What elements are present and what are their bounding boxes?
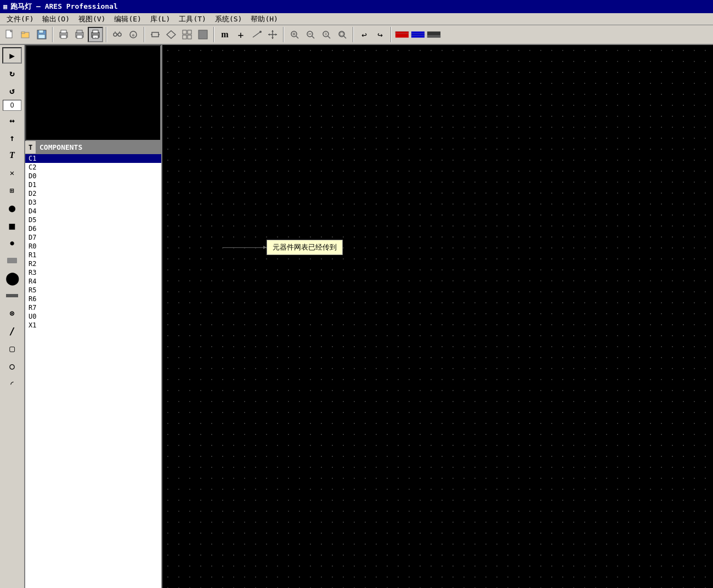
menu-view[interactable]: 视图(V)	[74, 13, 110, 25]
select-tool[interactable]: ▶	[2, 47, 22, 64]
comp-item-R5[interactable]: R5	[25, 286, 161, 295]
layout-button2[interactable]: ⊕	[126, 27, 141, 42]
comp-item-D3[interactable]: D3	[25, 198, 161, 207]
comp-item-C2[interactable]: C2	[25, 163, 161, 172]
block-icon-btn[interactable]	[195, 27, 211, 42]
svg-rect-3	[21, 32, 25, 33]
title-bar: ▦ 跑马灯 – ARES Professional	[0, 0, 713, 13]
comp-title: COMPONENTS	[36, 141, 161, 154]
grid-icon-btn[interactable]	[179, 27, 195, 42]
menu-help[interactable]: 帮助(H)	[246, 13, 282, 25]
layer2-btn[interactable]	[410, 27, 426, 42]
panel-area: T COMPONENTS C1C2D0D1D2D3D4D5D6D7R0R1R2R…	[25, 45, 162, 588]
svg-marker-40	[275, 33, 277, 36]
sep5	[283, 27, 284, 42]
print-button3[interactable]: ⇢	[88, 27, 103, 42]
symbol-tool[interactable]: ⊞	[2, 182, 22, 199]
comp-item-D1[interactable]: D1	[25, 180, 161, 189]
mode-btns: m +	[217, 27, 280, 42]
circle-large-tool[interactable]: ●	[2, 200, 22, 216]
svg-text:⊕: ⊕	[132, 33, 135, 38]
stack-tool[interactable]: ⊗	[2, 305, 22, 321]
menu-file[interactable]: 文件(F)	[2, 13, 38, 25]
layer1-btn[interactable]	[394, 27, 410, 42]
undo-btn[interactable]: ↩	[356, 27, 372, 42]
menu-system[interactable]: 系统(S)	[211, 13, 246, 25]
comp-item-R7[interactable]: R7	[25, 303, 161, 312]
svg-rect-55	[395, 31, 409, 33]
shape-tool[interactable]	[2, 252, 22, 269]
print-tools: ⇢	[56, 27, 103, 42]
circle-sm-tool[interactable]: ⬤	[2, 270, 22, 286]
text-tool[interactable]: T	[2, 147, 22, 163]
open-button[interactable]	[18, 27, 33, 42]
zoom-area-btn[interactable]	[335, 27, 350, 42]
redo-btn[interactable]: ↪	[372, 27, 388, 42]
components-list[interactable]: C1C2D0D1D2D3D4D5D6D7R0R1R2R3R4R5R6R7U0X1	[25, 154, 161, 588]
wire-icon-btn[interactable]	[163, 27, 179, 42]
svg-line-46	[312, 36, 314, 38]
print-button2[interactable]	[72, 27, 87, 42]
mirror-h-tool[interactable]: ↔	[2, 112, 22, 128]
sep2	[106, 27, 107, 42]
menu-library[interactable]: 库(L)	[146, 13, 174, 25]
rotate-cw-tool[interactable]: ↻	[2, 65, 22, 81]
comp-item-R1[interactable]: R1	[25, 251, 161, 259]
zoom-fit-btn[interactable]: Q	[319, 27, 334, 42]
comp-item-R0[interactable]: R0	[25, 242, 161, 251]
comp-item-R3[interactable]: R3	[25, 268, 161, 277]
print-button1[interactable]	[56, 27, 71, 42]
sep1	[52, 27, 53, 42]
comp-item-D6[interactable]: D6	[25, 224, 161, 233]
comp-item-D4[interactable]: D4	[25, 207, 161, 216]
comp-item-D5[interactable]: D5	[25, 216, 161, 224]
mode-tools	[148, 27, 211, 42]
menu-tools[interactable]: 工具(T)	[174, 13, 210, 25]
layer-tools	[394, 27, 442, 42]
zoom-in-btn[interactable]	[287, 27, 302, 42]
svg-line-33	[253, 32, 261, 37]
component-ellipse-overlay	[162, 45, 713, 588]
svg-point-17	[114, 33, 117, 36]
flip-v-tool[interactable]: ↑	[2, 129, 22, 146]
comp-item-D2[interactable]: D2	[25, 189, 161, 198]
zoom-out-btn[interactable]	[303, 27, 318, 42]
comp-item-X1[interactable]: X1	[25, 321, 161, 330]
sep6	[353, 27, 354, 42]
comp-item-D7[interactable]: D7	[25, 233, 161, 242]
svg-rect-59	[427, 36, 440, 38]
comp-item-R2[interactable]: R2	[25, 259, 161, 268]
svg-marker-38	[271, 37, 274, 39]
angle-input[interactable]	[3, 100, 21, 111]
arc-tool[interactable]: ◜	[2, 375, 22, 392]
comp-item-R4[interactable]: R4	[25, 277, 161, 286]
rect-outline-tool[interactable]: ▢	[2, 340, 22, 357]
comp-item-U0[interactable]: U0	[25, 312, 161, 321]
comp-item-C1[interactable]: C1	[25, 154, 161, 163]
mode-plus-btn[interactable]: +	[233, 27, 248, 42]
cross-tool[interactable]: ✕	[2, 165, 22, 181]
menu-edit[interactable]: 编辑(E)	[110, 13, 145, 25]
canvas-area[interactable]: 元器件网表已经传到	[162, 45, 713, 588]
layout-button1[interactable]	[110, 27, 125, 42]
annotation-box: 元器件网表已经传到	[267, 240, 343, 255]
menu-output[interactable]: 输出(O)	[38, 13, 73, 25]
comp-item-D0[interactable]: D0	[25, 172, 161, 180]
comp-item-R6[interactable]: R6	[25, 295, 161, 303]
mode-wire-btn[interactable]	[249, 27, 264, 42]
mode-m-btn[interactable]: m	[217, 27, 233, 42]
rect-solid-tool[interactable]: ■	[2, 217, 22, 234]
save-button[interactable]	[34, 27, 49, 42]
component-icon-btn[interactable]	[148, 27, 163, 42]
svg-line-49	[328, 36, 330, 38]
circle-med-tool[interactable]: ●	[2, 235, 22, 251]
left-toolbar: ▶ ↻ ↺ ↔ ↑ T ✕ ⊞ ● ■ ● ⬤ ⊗ / ▢ ○ ◜	[0, 45, 25, 588]
mode-move-btn[interactable]	[265, 27, 280, 42]
new-button[interactable]	[2, 27, 18, 42]
line-tool[interactable]: /	[2, 323, 22, 339]
circle-outline-tool[interactable]: ○	[2, 358, 22, 374]
layer3-btn[interactable]	[426, 27, 442, 42]
svg-text:Q: Q	[325, 32, 327, 36]
rect-wide-tool[interactable]	[2, 287, 22, 304]
rotate-ccw-tool[interactable]: ↺	[2, 82, 22, 99]
